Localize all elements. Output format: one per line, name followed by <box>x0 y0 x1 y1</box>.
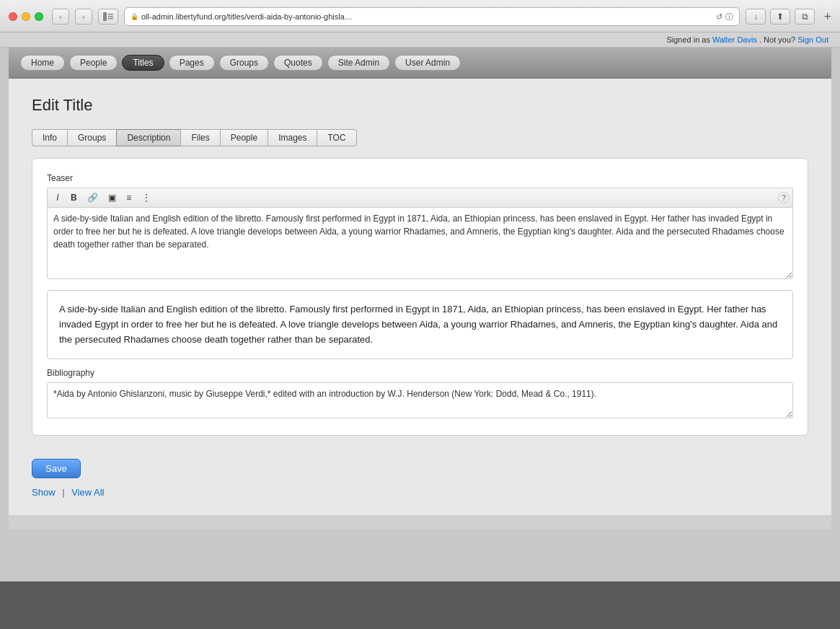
not-you-text: . Not you? <box>759 35 795 44</box>
teaser-preview: A side-by-side Italian and English editi… <box>47 290 793 359</box>
svg-rect-2 <box>108 16 113 17</box>
help-button[interactable]: ? <box>778 192 790 203</box>
sign-out-link[interactable]: Sign Out <box>797 35 828 44</box>
nav-user-admin[interactable]: User Admin <box>394 55 461 71</box>
traffic-lights <box>9 12 43 21</box>
nav-bar: Home People Titles Pages Groups Quotes S… <box>9 48 831 79</box>
svg-rect-3 <box>108 18 113 19</box>
nav-site-admin[interactable]: Site Admin <box>327 55 390 71</box>
italic-button[interactable]: I <box>50 190 65 205</box>
minimize-button[interactable] <box>22 12 30 21</box>
content-area: Edit Title Info Groups Description Files… <box>9 79 831 515</box>
nav-titles[interactable]: Titles <box>122 55 164 71</box>
page-wrapper: Home People Titles Pages Groups Quotes S… <box>0 48 840 581</box>
back-button[interactable]: ‹ <box>52 9 69 25</box>
new-tab-button[interactable]: + <box>823 10 831 23</box>
svg-rect-1 <box>108 14 113 15</box>
auth-bar: Signed in as Walter Davis . Not you? Sig… <box>0 32 840 48</box>
save-button[interactable]: Save <box>32 459 81 478</box>
lock-icon: 🔒 <box>131 13 138 20</box>
tab-files[interactable]: Files <box>180 129 219 146</box>
tab-info[interactable]: Info <box>32 129 67 146</box>
tab-toc[interactable]: TOC <box>317 129 356 146</box>
teaser-label: Teaser <box>47 173 793 183</box>
window-button[interactable]: ⧉ <box>795 9 815 25</box>
link-button[interactable]: 🔗 <box>83 190 102 205</box>
browser-chrome: ‹ › 🔒 oll-admin.libertyfund.org/titles/v… <box>0 0 840 32</box>
signed-in-text: Signed in as <box>666 35 710 44</box>
teaser-toolbar: I B 🔗 ▣ ≡ ⋮ ? <box>47 188 793 207</box>
share-button[interactable]: ⬆ <box>770 9 790 25</box>
tab-description[interactable]: Description <box>116 129 180 146</box>
nav-pages[interactable]: Pages <box>169 55 215 71</box>
maximize-button[interactable] <box>35 12 43 21</box>
user-name-link[interactable]: Walter Davis <box>712 35 757 44</box>
edit-panel: Teaser I B 🔗 ▣ ≡ ⋮ ? A side-by-side Ital… <box>32 158 808 436</box>
svg-rect-0 <box>103 12 107 21</box>
nav-quotes[interactable]: Quotes <box>273 55 323 71</box>
bibliography-label: Bibliography <box>47 368 793 378</box>
image-button[interactable]: ▣ <box>104 190 120 205</box>
view-all-link[interactable]: View All <box>71 487 104 498</box>
page-title: Edit Title <box>32 96 808 115</box>
bold-button[interactable]: B <box>66 190 81 205</box>
sub-tabs: Info Groups Description Files People Ima… <box>32 129 808 146</box>
sidebar-toggle-button[interactable] <box>98 9 118 25</box>
reload-icon[interactable]: ↺ <box>716 12 722 22</box>
nav-home[interactable]: Home <box>20 55 65 71</box>
bibliography-input[interactable]: *Aida by Antonio Ghislanzoni, music by G… <box>47 382 793 418</box>
main-container: Home People Titles Pages Groups Quotes S… <box>9 48 831 529</box>
tab-images[interactable]: Images <box>268 129 317 146</box>
download-button[interactable]: ↓ <box>746 9 766 25</box>
tab-groups[interactable]: Groups <box>67 129 116 146</box>
url-text: oll-admin.libertyfund.org/titles/verdi-a… <box>141 12 713 21</box>
list-ol-button[interactable]: ⋮ <box>138 190 155 205</box>
teaser-input[interactable]: A side-by-side Italian and English editi… <box>47 207 793 279</box>
close-button[interactable] <box>9 12 17 21</box>
tab-people[interactable]: People <box>220 129 268 146</box>
nav-groups[interactable]: Groups <box>219 55 269 71</box>
nav-people[interactable]: People <box>69 55 118 71</box>
url-bar[interactable]: 🔒 oll-admin.libertyfund.org/titles/verdi… <box>124 7 740 26</box>
browser-actions: ↓ ⬆ ⧉ <box>746 9 815 25</box>
list-ul-button[interactable]: ≡ <box>122 190 136 205</box>
bottom-links: Show | View All <box>32 487 808 498</box>
forward-button[interactable]: › <box>75 9 92 25</box>
show-link[interactable]: Show <box>32 487 56 498</box>
info-icon[interactable]: ⓘ <box>725 12 733 22</box>
links-separator: | <box>62 487 64 498</box>
